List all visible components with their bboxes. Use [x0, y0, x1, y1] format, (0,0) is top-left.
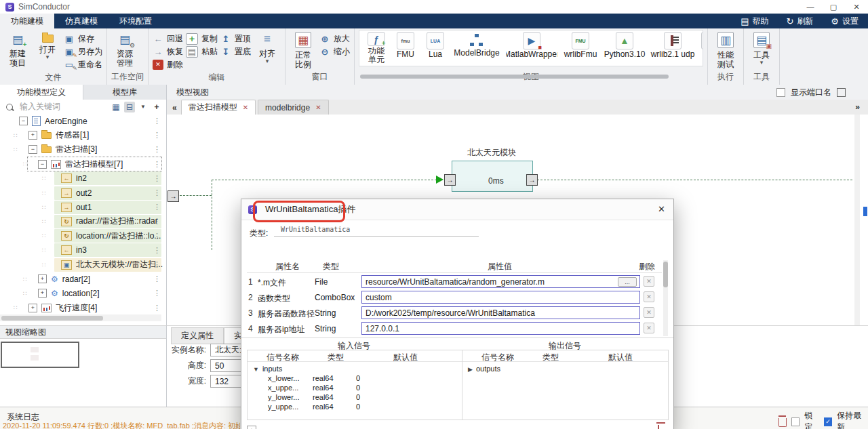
expand-icon[interactable]: +: [28, 304, 37, 312]
item-menu-icon[interactable]: ⋮: [153, 289, 161, 298]
ribbon-button-性能测试[interactable]: ▥性能 测试: [712, 30, 739, 69]
menu-tab-仿真建模[interactable]: 仿真建模: [54, 14, 108, 28]
block-output-port[interactable]: →: [526, 174, 538, 186]
property-value-input[interactable]: custom: [361, 291, 640, 304]
block-input-port[interactable]: →: [444, 174, 456, 186]
view-strip-scrollbar[interactable]: [360, 75, 669, 79]
add-signal-icon[interactable]: +: [247, 426, 256, 429]
maximize-button[interactable]: ▢: [822, 0, 845, 14]
collapse-icon[interactable]: −: [19, 117, 28, 125]
tree-view-icon[interactable]: ⊟: [124, 102, 135, 113]
thumbnail-viewport[interactable]: [1, 342, 79, 368]
ribbon-button-对齐[interactable]: ≡对齐▾: [254, 30, 281, 64]
ribbon-button-删除[interactable]: ✕删除: [153, 58, 183, 70]
clear-log-icon[interactable]: [778, 418, 787, 427]
item-menu-icon[interactable]: ⋮: [153, 203, 161, 211]
tree-item[interactable]: ∷▣北太天元模块://雷达扫...⋮: [0, 258, 166, 272]
tree-item[interactable]: ∷−雷达扫描[3]⋮: [0, 142, 166, 157]
chevron-down-icon[interactable]: ▼: [253, 366, 259, 373]
item-menu-icon[interactable]: ⋮: [153, 174, 161, 183]
view-item-Lua[interactable]: LUALua: [423, 32, 448, 64]
view-item-wrlibFmu[interactable]: FMUwrlibFmu: [561, 32, 599, 64]
ribbon-button-缩小[interactable]: ⊖缩小: [319, 45, 350, 58]
ribbon-button-另存为[interactable]: ▣✎另存为: [64, 45, 102, 58]
tree-item[interactable]: ∷←in3⋮: [0, 243, 166, 258]
signal-group-outputs[interactable]: ▶outputs: [468, 365, 500, 373]
tree-item[interactable]: ∷↻radar://雷达扫描::radar⋮: [0, 214, 166, 228]
ribbon-button-打开[interactable]: 打开▾: [34, 30, 61, 60]
tabs-scroll-left-icon[interactable]: «: [172, 103, 177, 113]
search-input[interactable]: 输入关键词: [20, 101, 60, 113]
tree-hscrollbar[interactable]: [1, 316, 103, 321]
tree-item[interactable]: ∷→out1⋮: [0, 200, 166, 214]
dialog-table-scrollbar[interactable]: [663, 262, 668, 287]
ribbon-button-置底[interactable]: ↧置底: [220, 45, 251, 58]
chevron-right-icon[interactable]: ▶: [468, 366, 473, 373]
ribbon-button-复制[interactable]: ＋复制: [186, 33, 218, 45]
property-value-input[interactable]: resource/WrUnitBaltamatica/random_genera…: [361, 275, 640, 288]
tree-item[interactable]: ∷+⚙radar[2]⋮: [0, 272, 166, 286]
item-menu-icon[interactable]: ⋮: [153, 260, 161, 269]
tree-item[interactable]: ∷→out2⋮: [0, 186, 166, 200]
property-value-input[interactable]: D:/work2025/temp/resource/WrUnitBaltamat…: [361, 306, 640, 319]
view-item-v[interactable]: v: [700, 32, 703, 64]
type-value-field[interactable]: WrUnitBaltamatica: [274, 222, 479, 237]
view-item-MatlabWrapper[interactable]: ▶■MatlabWrapper: [506, 32, 557, 64]
browse-button[interactable]: ...: [618, 277, 637, 287]
tree-item[interactable]: ∷+飞行速度[4]⋮: [0, 301, 166, 314]
delete-row-button[interactable]: ✕: [644, 276, 654, 287]
menubar-action-refresh[interactable]: ↻刷新: [786, 16, 813, 27]
menu-tab-环境配置[interactable]: 环境配置: [108, 14, 163, 28]
item-menu-icon[interactable]: ⋮: [153, 274, 161, 283]
view-item-Python310[interactable]: ▲Python3.10: [604, 32, 646, 64]
expand-icon[interactable]: +: [38, 274, 47, 283]
expand-icon[interactable]: +: [38, 289, 47, 298]
canvas-tab-雷达扫描模型[interactable]: 雷达扫描模型✕: [181, 100, 256, 115]
canvas-tab-modelbridge[interactable]: modelbridge✕: [258, 100, 328, 115]
view-dropdown-icon[interactable]: ▼: [138, 102, 149, 113]
tab-close-icon[interactable]: ✕: [243, 104, 248, 111]
view-item-wrlib21udp[interactable]: wrlib2.1 udp: [650, 32, 696, 64]
collapse-icon[interactable]: −: [28, 145, 37, 154]
ribbon-button-资源管理[interactable]: ▤⚙资源 管理: [111, 30, 138, 68]
delete-signal-icon[interactable]: [658, 425, 659, 429]
menubar-action-settings[interactable]: ⚙设置: [831, 16, 859, 27]
tree-item[interactable]: ∷+传感器[1]⋮: [0, 128, 166, 142]
ribbon-button-新建项目[interactable]: ▤＋新建 项目: [4, 30, 31, 68]
dialog-close-icon[interactable]: ✕: [658, 204, 665, 214]
menu-tab-功能建模[interactable]: 功能建模: [0, 14, 54, 28]
delete-row-button[interactable]: ✕: [644, 307, 654, 318]
edge-port[interactable]: →: [167, 190, 179, 202]
tree-item[interactable]: ∷←in2⋮: [0, 171, 166, 186]
grid-view-icon[interactable]: ▦: [111, 102, 121, 113]
delete-row-button[interactable]: ✕: [644, 291, 654, 302]
view-item-FMU[interactable]: fmuFMU: [392, 32, 419, 64]
delete-row-button[interactable]: ✕: [644, 323, 654, 333]
tabs-scroll-right-icon[interactable]: »: [855, 102, 860, 112]
item-menu-icon[interactable]: ⋮: [153, 246, 161, 255]
ribbon-button-粘贴[interactable]: ▤粘贴: [186, 45, 218, 58]
property-value-input[interactable]: 127.0.0.1: [361, 322, 640, 335]
tree-item[interactable]: ∷↻location://雷达扫描::lo...⋮: [0, 229, 166, 243]
property-tab-定义属性[interactable]: 定义属性: [171, 327, 224, 344]
ribbon-button-恢复[interactable]: →恢复: [153, 45, 183, 58]
ribbon-button-放大[interactable]: ⊕放大: [319, 33, 350, 45]
ribbon-button-回退[interactable]: ←回退: [153, 33, 183, 45]
log-lock-checkbox[interactable]: [791, 417, 800, 426]
ribbon-button-正常比例[interactable]: ▦正常 比例: [290, 30, 317, 69]
fullscreen-icon[interactable]: [837, 88, 846, 97]
item-menu-icon[interactable]: ⋮: [153, 304, 161, 312]
tree-item[interactable]: ∷+⚙location[2]⋮: [0, 286, 166, 300]
tree-item[interactable]: ∷−雷达扫描模型[7]⋮: [0, 157, 166, 171]
item-menu-icon[interactable]: ⋮: [153, 131, 161, 140]
item-menu-icon[interactable]: ⋮: [153, 217, 161, 226]
ribbon-button-保存[interactable]: ▣保存: [64, 33, 102, 45]
item-menu-icon[interactable]: ⋮: [153, 117, 161, 125]
item-menu-icon[interactable]: ⋮: [153, 145, 161, 154]
item-menu-icon[interactable]: ⋮: [153, 232, 161, 241]
view-item-[interactable]: ƒ＋功能单元: [365, 32, 388, 64]
sidebar-tab-模型库[interactable]: 模型库: [83, 85, 166, 100]
item-menu-icon[interactable]: ⋮: [153, 188, 161, 197]
dialog-titlebar[interactable]: S WrUnitBaltamatica插件: [241, 199, 673, 220]
close-button[interactable]: ✕: [845, 0, 868, 14]
